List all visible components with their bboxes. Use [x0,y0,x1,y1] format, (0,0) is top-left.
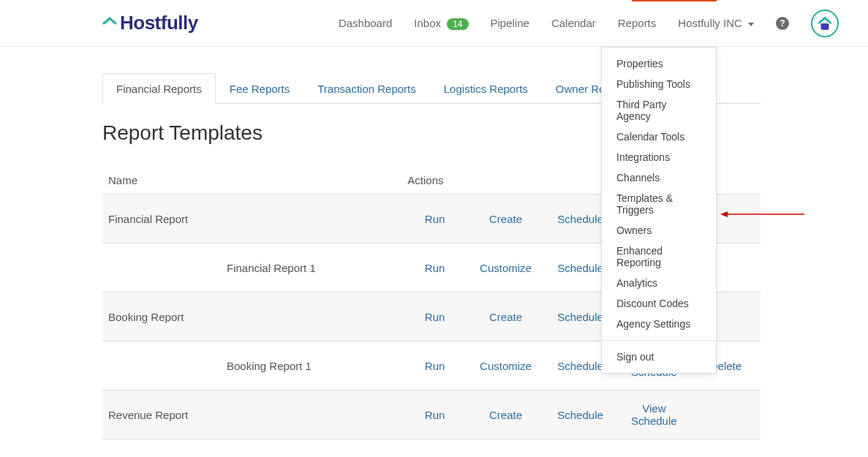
action-create[interactable]: Create [489,213,522,225]
dropdown-item-sign-out[interactable]: Sign out [602,347,716,367]
dropdown-item-calendar-tools[interactable]: Calendar Tools [602,126,716,147]
nav-account-dropdown[interactable]: Hostfully INC [678,17,754,29]
house-icon [102,16,117,31]
dropdown-item-integrations[interactable]: Integrations [602,147,716,167]
dropdown-item-third-party-agency[interactable]: Third Party Agency [602,94,716,126]
action-create[interactable]: Create [489,311,522,323]
action-schedule[interactable]: Schedule [557,360,603,372]
report-name: Revenue Report [102,390,401,439]
account-dropdown-menu: Properties Publishing Tools Third Party … [601,47,717,374]
avatar-house-icon [815,14,834,33]
nav-inbox[interactable]: Inbox 14 [414,17,468,29]
dropdown-divider [602,340,716,341]
report-name: Booking Report [102,292,401,341]
action-run[interactable]: Run [425,409,445,421]
dropdown-item-publishing-tools[interactable]: Publishing Tools [602,74,716,94]
tab-logistics-reports[interactable]: Logistics Reports [430,73,542,104]
nav-pipeline[interactable]: Pipeline [491,17,529,29]
action-schedule[interactable]: Schedule [557,213,603,225]
action-schedule[interactable]: Schedule [557,262,603,274]
main-nav: Dashboard Inbox 14 Pipeline Calendar Rep… [339,10,839,37]
report-name: Financial Report [102,194,401,243]
column-header-name: Name [102,167,401,194]
action-run[interactable]: Run [425,213,445,225]
nav-reports[interactable]: Reports [618,17,657,29]
table-row: Revenue ReportRunCreateScheduleView Sche… [102,390,761,439]
nav-inbox-label: Inbox [414,17,441,29]
dropdown-item-properties[interactable]: Properties [602,53,716,74]
action-run[interactable]: Run [425,311,445,323]
help-icon[interactable]: ? [776,17,789,30]
inbox-badge: 14 [447,18,468,30]
nav-account-label: Hostfully INC [678,17,742,29]
nav-dashboard[interactable]: Dashboard [339,17,392,29]
dropdown-item-enhanced-reporting[interactable]: Enhanced Reporting [602,241,716,273]
tab-transaction-reports[interactable]: Transaction Reports [303,73,430,104]
avatar[interactable] [811,10,839,37]
tab-financial-reports[interactable]: Financial Reports [102,73,216,104]
nav-calendar[interactable]: Calendar [551,17,596,29]
report-name: Booking Report 1 [102,341,401,390]
action-customize[interactable]: Customize [480,360,532,372]
dropdown-item-templates-triggers[interactable]: Templates & Triggers [602,188,716,220]
tab-fee-reports[interactable]: Fee Reports [216,73,304,104]
annotation-arrow-icon [720,211,804,218]
action-schedule[interactable]: Schedule [557,311,603,323]
caret-down-icon [748,23,754,26]
brand-logo[interactable]: Hostfully [102,12,198,34]
app-header: Hostfully Dashboard Inbox 14 Pipeline Ca… [0,0,868,47]
action-schedule[interactable]: Schedule [557,409,603,421]
action-view-schedule[interactable]: View Schedule [631,402,677,427]
dropdown-item-discount-codes[interactable]: Discount Codes [602,293,716,314]
svg-rect-0 [821,23,829,30]
action-run[interactable]: Run [425,262,445,274]
action-customize[interactable]: Customize [480,262,532,274]
dropdown-item-analytics[interactable]: Analytics [602,273,716,293]
svg-marker-2 [720,211,728,217]
dropdown-item-channels[interactable]: Channels [602,167,716,188]
dropdown-item-owners[interactable]: Owners [602,220,716,241]
dropdown-item-agency-settings[interactable]: Agency Settings [602,314,716,334]
brand-text: Hostfully [120,12,198,34]
report-name: Financial Report 1 [102,243,401,292]
action-run[interactable]: Run [425,360,445,372]
action-create[interactable]: Create [489,409,522,421]
